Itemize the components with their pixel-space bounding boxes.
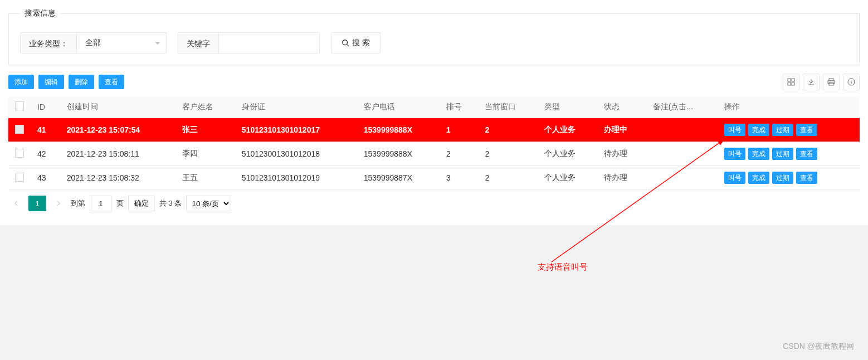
- export-icon[interactable]: [803, 74, 820, 90]
- cell-create_time: 2021-12-23 15:07:54: [60, 118, 175, 142]
- cell-phone: 1539999888X: [357, 118, 440, 142]
- complete-button[interactable]: 完成: [748, 124, 769, 136]
- expire-button[interactable]: 过期: [772, 172, 793, 184]
- add-button[interactable]: 添加: [8, 75, 34, 89]
- per-page-select[interactable]: 10 条/页: [186, 196, 231, 211]
- search-button-label: 搜 索: [352, 38, 370, 48]
- cell-id_card: 510123001301012018: [235, 142, 357, 166]
- toolbar: 添加 编辑 删除 查看: [8, 74, 860, 90]
- table-row[interactable]: 432021-12-23 15:08:32王五51012310130101201…: [8, 166, 860, 190]
- cell-remarks[interactable]: [646, 166, 718, 190]
- call-button[interactable]: 叫号: [724, 148, 745, 160]
- cell-phone: 1539999888X: [357, 142, 440, 166]
- pagination: 1 到第 页 确定 共 3 条 10 条/页: [8, 190, 860, 217]
- svg-rect-2: [788, 79, 791, 81]
- business-type-select[interactable]: 全部: [77, 38, 166, 48]
- cell-queue_num: 1: [440, 118, 478, 142]
- cell-id: 42: [31, 142, 60, 166]
- cell-id_card: 510123101301012017: [235, 118, 357, 142]
- view-row-button[interactable]: 查看: [796, 124, 817, 136]
- call-button[interactable]: 叫号: [724, 172, 745, 184]
- goto-confirm-button[interactable]: 确定: [128, 196, 155, 211]
- cell-customer_name: 王五: [175, 166, 235, 190]
- view-button[interactable]: 查看: [99, 75, 124, 89]
- row-checkbox[interactable]: [15, 149, 24, 158]
- info-icon[interactable]: [843, 74, 860, 90]
- keyword-label: 关键字: [178, 33, 219, 53]
- view-row-button[interactable]: 查看: [796, 148, 817, 160]
- call-button[interactable]: 叫号: [724, 124, 745, 136]
- complete-button[interactable]: 完成: [748, 172, 769, 184]
- th-create-time: 创建时间: [60, 96, 175, 118]
- expire-button[interactable]: 过期: [772, 124, 793, 136]
- cell-customer_name: 李四: [175, 142, 235, 166]
- view-row-button[interactable]: 查看: [796, 172, 817, 184]
- cell-create_time: 2021-12-23 15:08:32: [60, 166, 175, 190]
- total-count: 共 3 条: [159, 198, 182, 208]
- page-number[interactable]: 1: [28, 196, 46, 211]
- cell-window: 2: [478, 142, 538, 166]
- th-type: 类型: [538, 96, 597, 118]
- keyword-input[interactable]: [219, 33, 319, 53]
- goto-page-input[interactable]: [90, 196, 112, 211]
- svg-line-1: [347, 45, 349, 47]
- cell-customer_name: 张三: [175, 118, 235, 142]
- cell-queue_num: 3: [440, 166, 478, 190]
- cell-remarks[interactable]: [646, 142, 718, 166]
- page-label: 页: [116, 198, 124, 208]
- keyword-group: 关键字: [178, 32, 320, 53]
- cell-remarks[interactable]: [646, 118, 718, 142]
- goto-label: 到第: [71, 198, 85, 208]
- svg-point-0: [343, 40, 348, 45]
- cell-id: 41: [31, 118, 60, 142]
- columns-icon[interactable]: [783, 74, 799, 90]
- cell-phone: 1539999887X: [357, 166, 440, 190]
- th-id-card: 身份证: [235, 96, 357, 118]
- th-actions: 操作: [718, 96, 860, 118]
- edit-button[interactable]: 编辑: [38, 75, 64, 89]
- business-type-group: 业务类型： 全部: [20, 32, 167, 53]
- prev-page-button[interactable]: [8, 196, 24, 211]
- svg-rect-4: [788, 82, 791, 85]
- cell-create_time: 2021-12-23 15:08:11: [60, 142, 175, 166]
- row-checkbox[interactable]: [15, 173, 24, 182]
- th-customer-name: 客户姓名: [175, 96, 235, 118]
- cell-status: 待办理: [597, 142, 646, 166]
- svg-rect-3: [792, 79, 794, 81]
- cell-queue_num: 2: [440, 142, 478, 166]
- select-all-checkbox[interactable]: [15, 101, 24, 110]
- complete-button[interactable]: 完成: [748, 148, 769, 160]
- th-phone: 客户电话: [357, 96, 440, 118]
- svg-rect-6: [829, 79, 833, 81]
- delete-button[interactable]: 删除: [69, 75, 94, 89]
- th-queue-num: 排号: [440, 96, 478, 118]
- business-type-label: 业务类型：: [21, 33, 77, 53]
- svg-rect-5: [792, 82, 794, 85]
- th-window: 当前窗口: [478, 96, 538, 118]
- cell-status: 待办理: [597, 166, 646, 190]
- th-status: 状态: [597, 96, 646, 118]
- next-page-button[interactable]: [51, 196, 66, 211]
- cell-type: 个人业务: [538, 118, 597, 142]
- cell-window: 2: [478, 166, 538, 190]
- cell-type: 个人业务: [538, 166, 597, 190]
- search-icon: [342, 39, 349, 47]
- print-icon[interactable]: [823, 74, 840, 90]
- table-row[interactable]: 412021-12-23 15:07:54张三51012310130101201…: [8, 118, 860, 142]
- cell-window: 2: [478, 118, 538, 142]
- th-id: ID: [31, 96, 60, 118]
- cell-id_card: 510123101301012019: [235, 166, 357, 190]
- row-checkbox[interactable]: [15, 125, 24, 134]
- data-table: ID 创建时间 客户姓名 身份证 客户电话 排号 当前窗口 类型 状态 备注(点…: [8, 96, 860, 190]
- expire-button[interactable]: 过期: [772, 148, 793, 160]
- cell-id: 43: [31, 166, 60, 190]
- cell-status: 办理中: [597, 118, 646, 142]
- search-legend: 搜索信息: [20, 8, 60, 18]
- th-remarks: 备注(点击...: [646, 96, 718, 118]
- search-fieldset: 搜索信息 业务类型： 全部 关键字 搜 索: [8, 8, 860, 65]
- table-row[interactable]: 422021-12-23 15:08:11李四51012300130101201…: [8, 142, 860, 166]
- cell-type: 个人业务: [538, 142, 597, 166]
- search-button[interactable]: 搜 索: [331, 32, 381, 53]
